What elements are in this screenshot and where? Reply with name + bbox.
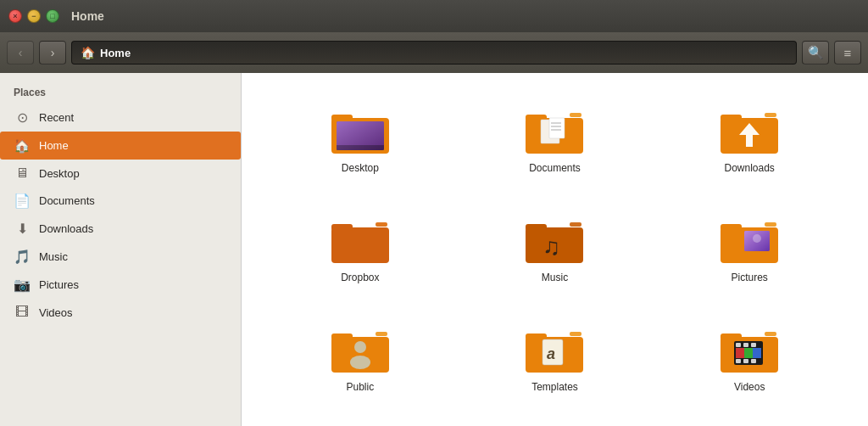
file-label-public: Public: [346, 381, 374, 393]
sidebar-item-desktop[interactable]: 🖥 Desktop: [0, 160, 241, 187]
sidebar-item-downloads[interactable]: ⬇ Downloads: [0, 215, 241, 243]
svg-rect-22: [570, 222, 581, 227]
svg-rect-36: [526, 334, 547, 340]
svg-text:♫: ♫: [542, 233, 560, 260]
music-folder-icon: ♫: [524, 216, 585, 266]
file-item-desktop[interactable]: Desktop: [267, 90, 453, 191]
file-label-downloads: Downloads: [724, 162, 774, 174]
close-button[interactable]: ×: [8, 9, 22, 23]
svg-rect-15: [765, 113, 776, 117]
sidebar-item-label-pictures: Pictures: [39, 278, 79, 291]
svg-rect-31: [331, 334, 353, 340]
svg-rect-14: [721, 115, 742, 121]
file-item-templates[interactable]: a Templates: [462, 308, 648, 409]
svg-rect-49: [751, 359, 756, 363]
recent-icon: ⊙: [14, 109, 31, 126]
svg-rect-26: [765, 222, 776, 227]
window-title: Home: [71, 9, 104, 23]
sidebar-item-pictures[interactable]: 📷 Pictures: [0, 271, 241, 299]
svg-rect-53: [753, 348, 761, 358]
svg-rect-12: [570, 113, 581, 117]
file-label-documents: Documents: [529, 162, 581, 174]
search-button[interactable]: 🔍: [802, 41, 829, 64]
file-label-templates: Templates: [531, 381, 578, 393]
desktop-folder-icon: [330, 106, 391, 157]
sidebar-item-home[interactable]: 🏠 Home: [0, 132, 241, 160]
window-controls: × − □: [8, 9, 59, 23]
file-item-music[interactable]: ♫ Music: [462, 199, 648, 300]
main-area: Places ⊙ Recent 🏠 Home 🖥 Desktop 📄 Docum…: [0, 73, 868, 426]
forward-icon: ›: [51, 46, 55, 59]
file-item-public[interactable]: Public: [267, 308, 453, 409]
back-button[interactable]: ‹: [7, 41, 34, 64]
videos-sidebar-icon: 🎞: [14, 305, 31, 320]
downloads-folder-icon: [719, 106, 780, 157]
public-folder-icon: [330, 325, 391, 376]
sidebar-item-videos[interactable]: 🎞 Videos: [0, 299, 241, 326]
svg-text:a: a: [547, 345, 555, 362]
file-item-documents[interactable]: Documents: [462, 90, 648, 191]
svg-rect-47: [736, 359, 741, 363]
downloads-sidebar-icon: ⬇: [14, 221, 31, 237]
back-icon: ‹: [19, 46, 23, 59]
home-icon: 🏠: [14, 137, 31, 154]
forward-button[interactable]: ›: [39, 41, 66, 64]
toolbar: ‹ › 🏠 Home 🔍 ≡: [0, 32, 868, 73]
file-item-downloads[interactable]: Downloads: [656, 90, 843, 191]
sidebar: Places ⊙ Recent 🏠 Home 🖥 Desktop 📄 Docum…: [0, 73, 242, 426]
file-item-videos[interactable]: Videos: [656, 308, 843, 409]
minimize-button[interactable]: −: [27, 9, 41, 23]
location-bar[interactable]: 🏠 Home: [71, 41, 797, 64]
svg-point-29: [753, 234, 761, 243]
maximize-button[interactable]: □: [46, 9, 59, 23]
svg-rect-4: [337, 145, 384, 150]
sidebar-item-label-desktop: Desktop: [39, 167, 80, 180]
sidebar-item-label-recent: Recent: [39, 111, 74, 124]
svg-rect-19: [376, 222, 387, 227]
file-item-pictures[interactable]: Pictures: [656, 199, 843, 300]
dropbox-folder-icon: [330, 216, 391, 266]
svg-rect-8: [549, 118, 565, 138]
menu-button[interactable]: ≡: [834, 41, 861, 64]
documents-sidebar-icon: 📄: [14, 193, 31, 209]
file-label-pictures: Pictures: [731, 272, 767, 283]
videos-folder-icon: [719, 325, 780, 376]
sidebar-item-music[interactable]: 🎵 Music: [0, 243, 241, 271]
svg-point-34: [350, 356, 370, 369]
file-label-desktop: Desktop: [342, 162, 379, 174]
titlebar: × − □ Home: [0, 0, 868, 32]
svg-rect-52: [744, 348, 753, 358]
sidebar-item-label-home: Home: [39, 139, 69, 152]
pictures-folder-icon: [719, 216, 780, 266]
file-label-music: Music: [542, 272, 568, 283]
svg-rect-1: [331, 115, 353, 121]
svg-rect-45: [743, 343, 748, 347]
svg-rect-18: [331, 224, 353, 231]
sidebar-item-label-videos: Videos: [39, 306, 73, 319]
search-icon: 🔍: [808, 45, 824, 60]
templates-folder-icon: a: [524, 325, 585, 376]
svg-rect-25: [721, 224, 742, 231]
documents-folder-icon: [524, 106, 585, 157]
file-label-videos: Videos: [734, 381, 765, 393]
desktop-sidebar-icon: 🖥: [14, 165, 31, 181]
sidebar-item-label-music: Music: [39, 250, 68, 263]
pictures-sidebar-icon: 📷: [14, 277, 31, 293]
music-sidebar-icon: 🎵: [14, 249, 31, 265]
svg-rect-37: [570, 332, 581, 336]
svg-rect-46: [751, 343, 756, 347]
svg-point-33: [354, 341, 366, 353]
svg-rect-17: [331, 227, 389, 263]
svg-rect-51: [736, 348, 744, 358]
toolbar-right: 🔍 ≡: [802, 41, 861, 64]
svg-rect-48: [743, 359, 748, 363]
file-item-dropbox[interactable]: Dropbox: [267, 199, 453, 300]
sidebar-section-title: Places: [0, 83, 241, 104]
file-label-dropbox: Dropbox: [341, 272, 379, 283]
svg-rect-42: [765, 332, 776, 336]
sidebar-item-label-documents: Documents: [39, 194, 95, 207]
sidebar-item-documents[interactable]: 📄 Documents: [0, 187, 241, 215]
svg-rect-44: [736, 343, 741, 347]
svg-rect-21: [526, 224, 547, 231]
sidebar-item-recent[interactable]: ⊙ Recent: [0, 104, 241, 132]
